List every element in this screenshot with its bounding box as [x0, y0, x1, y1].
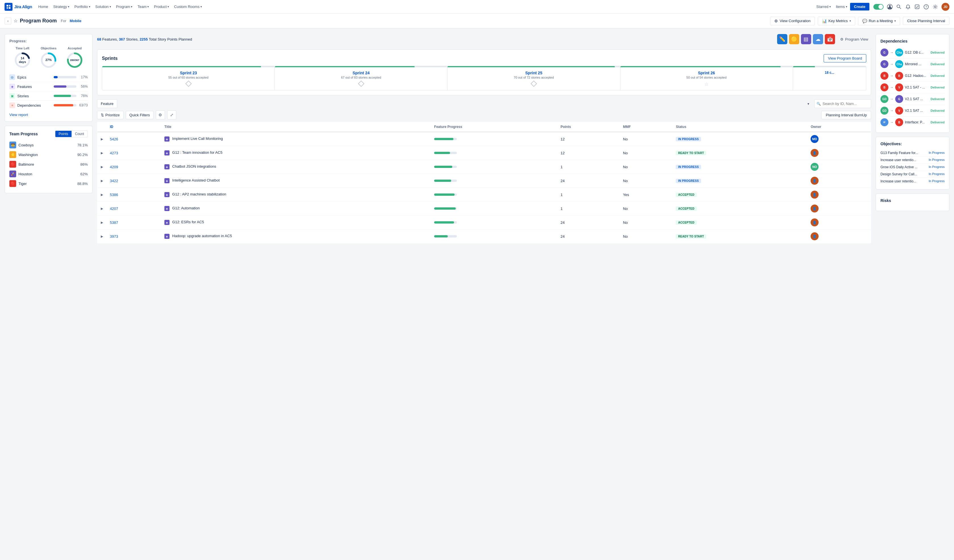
sprint-24-diamond[interactable]: [358, 81, 364, 87]
search-icon[interactable]: [896, 4, 902, 9]
owner-cell: 👤: [807, 230, 871, 243]
nav-product[interactable]: Product▾: [151, 3, 171, 10]
id-cell: 5426: [106, 132, 161, 146]
sprint-26-bar: [620, 66, 793, 67]
nav-custom-rooms[interactable]: Custom Rooms▾: [172, 3, 204, 10]
view-icon-5[interactable]: 📅: [825, 34, 835, 44]
progress-cell: [431, 202, 557, 216]
sprint-23[interactable]: Sprint 23 55 out of 60 stories accepted: [102, 66, 275, 90]
feature-type-select[interactable]: Feature: [97, 99, 117, 108]
expand-col: [97, 122, 107, 132]
progress-bar-wrap: [434, 166, 457, 168]
key-metrics-button[interactable]: 📊 Key Metrics ▾: [818, 17, 855, 25]
feature-id-link-4207[interactable]: 4207: [110, 207, 118, 211]
id-col-header[interactable]: ID: [106, 122, 161, 132]
star-icon[interactable]: ☆: [14, 18, 17, 23]
sprint-25[interactable]: Sprint 25 70 out of 72 stories accepted: [447, 66, 620, 90]
sprints-grid: Sprint 23 55 out of 60 stories accepted …: [102, 66, 866, 90]
feature-id-link-5386[interactable]: 5386: [110, 193, 118, 197]
nav-starred[interactable]: Starred▾: [814, 3, 833, 10]
table-row: ▶ 4209 ◈ Chatbot JSON integrations 1 No …: [97, 160, 871, 174]
expand-icon[interactable]: ⤢: [167, 110, 176, 120]
quick-filters-button[interactable]: Quick Filters: [126, 111, 154, 119]
progress-cell: [431, 188, 557, 202]
view-icon-4[interactable]: ☁: [813, 34, 823, 44]
nav-portfolio[interactable]: Portfolio▾: [72, 3, 92, 10]
status-cell: ACCEPTED: [672, 216, 807, 230]
sprint-25-icons: [451, 81, 616, 86]
view-icon-3[interactable]: ▤: [801, 34, 811, 44]
sprint-24[interactable]: Sprint 24 67 out of 83 stories accepted: [275, 66, 447, 90]
create-button[interactable]: Create: [850, 3, 869, 11]
progress-bar: [434, 193, 455, 196]
expand-cell[interactable]: ▶: [97, 188, 107, 202]
obj-item-1: G13 Family Feature for... In Progress: [881, 149, 945, 157]
accepted-item: Accepted 280/367: [66, 47, 83, 68]
view-icon-1[interactable]: ✏️: [777, 34, 787, 44]
tab-points[interactable]: Points: [55, 131, 72, 137]
expand-cell[interactable]: ▶: [97, 174, 107, 188]
view-report-link[interactable]: View report: [9, 113, 88, 117]
feature-id-link-5426[interactable]: 5426: [110, 137, 118, 141]
nav-team[interactable]: Team▾: [135, 3, 151, 10]
expand-cell[interactable]: ▶: [97, 216, 107, 230]
logo-icon: [5, 3, 12, 11]
checkmarks-icon[interactable]: [914, 4, 920, 9]
sprint-23-diamond[interactable]: [185, 81, 192, 87]
burnup-button[interactable]: Planning Interval BurnUp: [822, 111, 871, 119]
search-input[interactable]: [814, 99, 871, 108]
app-logo[interactable]: Jira Align: [5, 3, 32, 11]
stories-count: 367: [119, 37, 125, 41]
nav-program[interactable]: Program▾: [114, 3, 135, 10]
nav-solution[interactable]: Solution▾: [93, 3, 113, 10]
sprint-24-bar: [275, 66, 447, 67]
view-icon-2[interactable]: 🟡: [789, 34, 799, 44]
profile-icon[interactable]: [887, 4, 893, 9]
sprints-header: Sprints View Program Board: [102, 54, 866, 62]
settings-table-icon[interactable]: ⚙: [156, 110, 165, 120]
help-icon[interactable]: ?: [923, 4, 929, 9]
expand-cell[interactable]: ▶: [97, 160, 107, 174]
nav-home[interactable]: Home: [36, 3, 51, 10]
washington-icon: ⭐: [9, 151, 16, 158]
table-row: ▶ 3973 ◈ Hadoop: upgrade automation in A…: [97, 230, 871, 243]
expand-cell[interactable]: ▶: [97, 146, 107, 160]
feature-type-icon: ◈: [164, 206, 170, 211]
feature-id-link-3422[interactable]: 3422: [110, 179, 118, 183]
sprint-24-name: Sprint 24: [278, 71, 444, 75]
close-planning-interval-button[interactable]: Close Planning Interval: [903, 17, 949, 25]
program-name[interactable]: Mobile: [70, 19, 81, 23]
sprint-26-star[interactable]: ☆: [705, 81, 708, 87]
nav-strategy[interactable]: Strategy▾: [51, 3, 71, 10]
feature-id-link-4209[interactable]: 4209: [110, 165, 118, 169]
search-wrap: [814, 99, 871, 108]
owner-cell: NO: [807, 160, 871, 174]
svg-rect-3: [9, 7, 11, 9]
prioritize-button[interactable]: ⇅ Prioritize: [97, 111, 123, 119]
sprint-26[interactable]: Sprint 26 50 out of 54 stories accepted …: [620, 66, 793, 90]
view-configuration-button[interactable]: ⚙ View Configuration: [770, 17, 815, 25]
sprint-26-fill: [620, 66, 781, 67]
toggle-switch[interactable]: [873, 4, 884, 9]
settings-icon[interactable]: [932, 4, 938, 9]
sprint-27[interactable]: 18 c...: [793, 66, 866, 90]
user-avatar[interactable]: JD: [942, 3, 949, 11]
left-panel: Progress: Time Left 14days Objectives: [5, 34, 92, 554]
features-bar: [54, 86, 67, 88]
expand-cell[interactable]: ▶: [97, 202, 107, 216]
feature-id-link-4273[interactable]: 4273: [110, 151, 118, 155]
program-view-button[interactable]: ⚙ Program View: [837, 36, 871, 42]
sprint-25-diamond[interactable]: [531, 81, 537, 87]
points-cell: 24: [557, 230, 619, 243]
view-program-board-button[interactable]: View Program Board: [824, 54, 866, 62]
expand-cell[interactable]: ▶: [97, 132, 107, 146]
feature-id-link-5387[interactable]: 5387: [110, 221, 118, 225]
feature-id-link-3973[interactable]: 3973: [110, 234, 118, 239]
expand-cell[interactable]: ▶: [97, 230, 107, 243]
sprint-27-name: 18 c...: [797, 71, 862, 75]
collapse-button[interactable]: ‹: [5, 17, 11, 24]
nav-items[interactable]: Items▾: [834, 3, 850, 10]
notifications-icon[interactable]: [905, 4, 911, 9]
run-meeting-button[interactable]: 💬 Run a Meeting ▾: [858, 17, 900, 25]
tab-count[interactable]: Count: [72, 131, 87, 137]
